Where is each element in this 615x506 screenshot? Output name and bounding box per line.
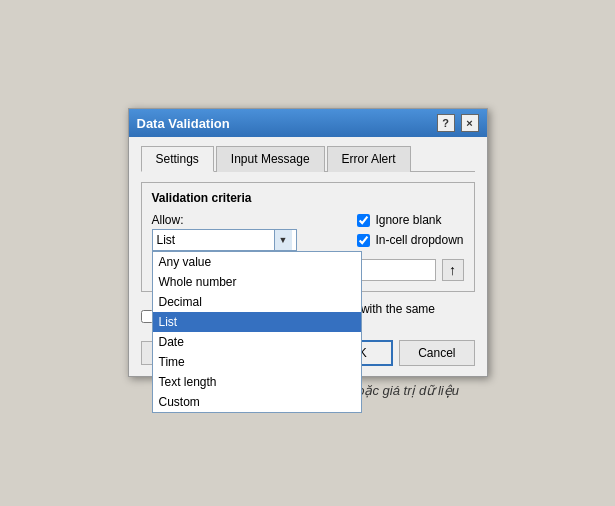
dropdown-arrow-icon[interactable]: ▼ xyxy=(274,230,292,250)
cancel-button[interactable]: Cancel xyxy=(399,340,474,366)
allow-label: Allow: xyxy=(152,213,348,227)
list-item[interactable]: Text length xyxy=(153,372,361,392)
close-button[interactable]: × xyxy=(461,114,479,132)
dialog-title: Data Validation xyxy=(137,116,230,131)
ignore-blank-row: Ignore blank xyxy=(357,213,463,227)
list-item-selected[interactable]: List xyxy=(153,312,361,332)
dialog-wrapper: Data Validation ? × Settings Input Messa… xyxy=(128,108,488,398)
dialog-body: Settings Input Message Error Alert Valid… xyxy=(129,137,487,376)
in-cell-dropdown-checkbox[interactable] xyxy=(357,234,370,247)
tab-input-message[interactable]: Input Message xyxy=(216,146,325,172)
source-collapse-button[interactable]: ↑ xyxy=(442,259,464,281)
validation-criteria-section: Validation criteria Allow: List ▼ xyxy=(141,182,475,292)
tab-error-alert[interactable]: Error Alert xyxy=(327,146,411,172)
ignore-blank-label: Ignore blank xyxy=(375,213,441,227)
allow-select[interactable]: List ▼ xyxy=(152,229,297,251)
in-cell-dropdown-row: In-cell dropdown xyxy=(357,233,463,247)
tab-settings[interactable]: Settings xyxy=(141,146,214,172)
help-button[interactable]: ? xyxy=(437,114,455,132)
arrow-up-icon: ↑ xyxy=(449,262,456,278)
title-bar-buttons: ? × xyxy=(437,114,479,132)
allow-current-value: List xyxy=(157,233,176,247)
section-title: Validation criteria xyxy=(152,191,464,205)
list-item[interactable]: Any value xyxy=(153,252,361,272)
dropdown-list: Any value Whole number Decimal List xyxy=(152,251,362,413)
ignore-blank-checkbox[interactable] xyxy=(357,214,370,227)
list-item[interactable]: Custom xyxy=(153,392,361,412)
allow-row: Allow: List ▼ Any value xyxy=(152,213,464,251)
in-cell-dropdown-label: In-cell dropdown xyxy=(375,233,463,247)
allow-select-container: List ▼ Any value xyxy=(152,229,297,251)
list-item[interactable]: Decimal xyxy=(153,292,361,312)
tabs-container: Settings Input Message Error Alert xyxy=(141,145,475,172)
list-item[interactable]: Whole number xyxy=(153,272,361,292)
data-validation-dialog: Data Validation ? × Settings Input Messa… xyxy=(128,108,488,377)
allow-left: Allow: List ▼ Any value xyxy=(152,213,348,251)
list-item[interactable]: Time xyxy=(153,352,361,372)
allow-right: Ignore blank In-cell dropdown xyxy=(357,213,463,249)
title-bar: Data Validation ? × xyxy=(129,109,487,137)
list-item[interactable]: Date xyxy=(153,332,361,352)
